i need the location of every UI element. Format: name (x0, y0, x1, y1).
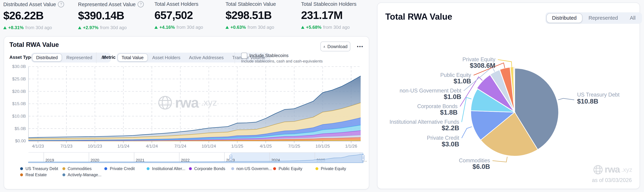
legend-item-private-credit[interactable]: Private Credit (104, 166, 135, 171)
help-icon[interactable]: ? (58, 1, 64, 7)
svg-text:1/1/24: 1/1/24 (117, 144, 129, 148)
card-title: Total RWA Value (385, 12, 452, 22)
as-of-date: as of 03/03/2026 (592, 177, 632, 183)
legend-label: Private Credit (110, 166, 135, 171)
svg-text:$30.0B: $30.0B (12, 64, 26, 69)
metric-option-active-addresses[interactable]: Active Addresses (185, 53, 228, 62)
svg-text:$5.0B: $5.0B (14, 126, 26, 131)
svg-text:4/1/23: 4/1/23 (32, 144, 44, 148)
stat-delta-suffix: from 30d ago (248, 24, 274, 30)
up-triangle-icon (154, 26, 158, 28)
legend-item-non-us-governm-[interactable]: non-US Governm... (231, 166, 272, 171)
legend-dot (62, 167, 65, 170)
stat-label: Total Asset Holders (154, 1, 198, 7)
include-stablecoins-checkbox[interactable] (241, 53, 247, 59)
metric-label: Metric (102, 54, 116, 60)
total-rwa-value-chart-card: Total RWA Value Download ••• Asset Type … (4, 36, 369, 189)
pie-asset-type-option-all[interactable]: All (624, 13, 641, 23)
svg-text:7/1/24: 7/1/24 (174, 144, 186, 148)
rwa-dashboard: Distributed Asset Value? $26.22B +8.31%f… (0, 0, 644, 192)
legend-item-real-estate[interactable]: Real Estate (20, 172, 47, 177)
pie-leader-line (558, 98, 574, 100)
timeline-minimap[interactable]: 20192020202120222023202420252... (4, 152, 369, 164)
pie-callout-value: $1.0B (454, 78, 471, 85)
asset-type-pie-chart[interactable]: US Treasury Debt$10.8BCommodities$6.0BPr… (378, 25, 640, 189)
up-triangle-icon (3, 26, 7, 29)
legend-item-institutional-alter-[interactable]: Institutional Alter... (147, 166, 185, 171)
svg-text:$10.0B: $10.0B (12, 114, 26, 118)
legend-dot (147, 167, 150, 170)
stat-value: $298.51B (226, 9, 298, 22)
stacked-area-chart[interactable]: $30.0B$25.0B$20.0B$15.0B$10.0B$5.0B$0.00… (4, 64, 369, 152)
stat-delta-percent: +8.31% (8, 25, 24, 30)
divider (96, 52, 96, 63)
legend-dot (20, 173, 23, 176)
svg-text:10/1/23: 10/1/23 (88, 144, 102, 148)
legend-label: Institutional Alter... (152, 166, 186, 171)
legend-label: Corporate Bonds (194, 166, 225, 171)
up-triangle-icon (78, 26, 82, 29)
legend-item-commodities[interactable]: Commodities (62, 166, 92, 171)
stat-label: Total Stablecoin Value (226, 1, 276, 7)
card-title: Total RWA Value (10, 41, 59, 48)
pie-callout-value: $1.0B (444, 93, 461, 100)
legend-item-actively-manage-[interactable]: Actively-Manage... (62, 172, 102, 177)
metric-option-asset-holders[interactable]: Asset Holders (148, 53, 184, 62)
stat-total-asset-holders: Total Asset Holders 657,502 +4.16%from 3… (154, 1, 227, 30)
legend-label: Public Equity (278, 166, 302, 171)
stat-total-stablecoin-holders: Total Stablecoin Holders 231.17M +5.68%f… (301, 1, 373, 30)
stat-value: $390.14B (78, 10, 150, 22)
stat-value: $26.22B (3, 10, 76, 22)
pie-asset-type-toggle: DistributedRepresentedAll (546, 12, 642, 24)
pie-callout-value: $3.0B (442, 140, 459, 148)
include-stablecoins-label: Include Stablecoins (249, 53, 288, 58)
svg-text:7/1/25: 7/1/25 (288, 144, 300, 148)
stat-label: Distributed Asset Value (3, 2, 56, 7)
download-label: Download (327, 44, 348, 49)
pie-leader-line (498, 60, 512, 67)
pie-callout-label: Public Equity (440, 72, 472, 78)
legend-dot (231, 167, 234, 170)
legend-item-private-equity[interactable]: Private Equity (316, 166, 346, 171)
legend-item-public-equity[interactable]: Public Equity (273, 166, 302, 171)
legend-label: Actively-Manage... (68, 172, 102, 177)
pie-asset-type-option-distributed[interactable]: Distributed (546, 13, 582, 23)
stat-label: Total Stablecoin Holders (301, 1, 356, 7)
legend-item-us-treasury-debt[interactable]: US Treasury Debt (20, 166, 58, 171)
svg-text:4/1/25: 4/1/25 (260, 144, 272, 148)
minimap-right-handle[interactable] (362, 155, 364, 161)
stat-delta-percent: +4.16% (159, 24, 175, 30)
stat-value: 657,502 (154, 9, 227, 22)
svg-text:1/1/26: 1/1/26 (345, 144, 357, 148)
asset-type-label: Asset Type (10, 54, 33, 60)
asset-type-option-represented[interactable]: Represented (62, 53, 96, 62)
svg-text:7/1/23: 7/1/23 (60, 144, 72, 148)
up-triangle-icon (226, 26, 229, 28)
legend-dot (104, 167, 107, 170)
pie-callout-label: Private Equity (462, 56, 496, 62)
legend-dot (273, 167, 276, 170)
svg-text:$25.0B: $25.0B (12, 76, 26, 81)
legend-item-corporate-bonds[interactable]: Corporate Bonds (189, 166, 225, 171)
download-button[interactable]: Download (320, 42, 350, 51)
stat-distributed-asset-value: Distributed Asset Value? $26.22B +8.31%f… (3, 1, 76, 30)
minimap-left-handle[interactable] (230, 155, 232, 161)
more-options-button[interactable]: ••• (354, 42, 367, 51)
svg-text:$20.0B: $20.0B (12, 89, 26, 94)
svg-text:1/1/25: 1/1/25 (231, 144, 243, 148)
legend-dot (20, 167, 23, 170)
stat-value: 231.17M (301, 9, 373, 22)
pie-leader-line (492, 157, 507, 162)
help-icon[interactable]: ? (138, 1, 144, 7)
asset-type-option-distributed[interactable]: Distributed (32, 53, 62, 62)
pie-slice-actively-manage-[interactable] (514, 66, 515, 110)
metric-option-total-value[interactable]: Total Value (118, 53, 148, 62)
download-icon (323, 44, 326, 49)
up-triangle-icon (301, 26, 304, 28)
stat-delta-suffix: from 30d ago (25, 25, 52, 30)
pie-callout-label: Commodities (459, 158, 490, 164)
total-rwa-value-pie-card: Total RWA Value DistributedRepresentedAl… (377, 2, 640, 189)
stat-delta-suffix: from 30d ago (323, 24, 350, 30)
stat-delta-percent: +5.68% (306, 24, 322, 30)
pie-asset-type-option-represented[interactable]: Represented (583, 13, 624, 23)
